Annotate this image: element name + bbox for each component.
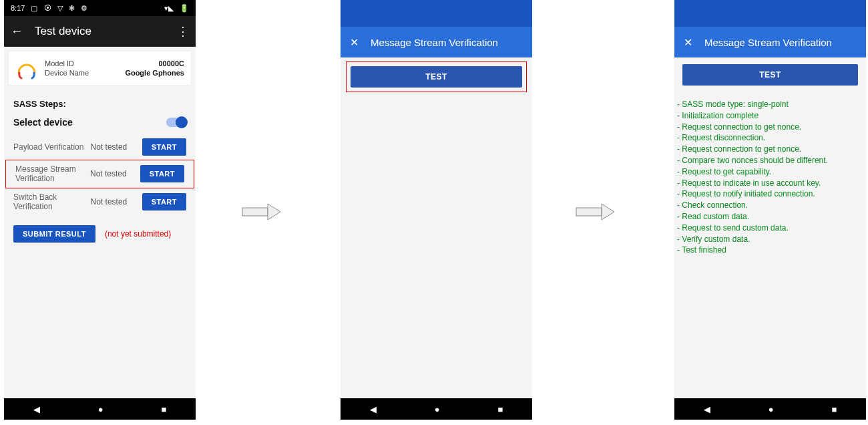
nav-home-icon[interactable]: ●: [435, 404, 440, 414]
step-name: Message Stream Verification: [15, 164, 90, 184]
step-switch-back-verification: Switch Back Verification Not tested STAR…: [4, 188, 196, 216]
blue-header-strip: [674, 0, 866, 27]
status-icon: ⚙: [81, 4, 87, 12]
device-info: Model ID 00000C Device Name Google Gphon…: [45, 59, 184, 77]
select-device-label: Select device: [13, 117, 73, 128]
test-button[interactable]: TEST: [351, 66, 522, 88]
log-line: Request disconnection.: [677, 132, 862, 144]
svg-rect-0: [242, 208, 268, 216]
wifi-icon: ▾◣: [164, 4, 174, 12]
close-icon[interactable]: ✕: [350, 36, 359, 49]
app-bar: ← Test device ⋮: [4, 16, 196, 47]
status-icon: ✻: [69, 4, 75, 12]
select-device-toggle[interactable]: [166, 118, 186, 127]
submit-note: (not yet submitted): [105, 229, 171, 239]
test-button-wrap: TEST: [682, 64, 858, 86]
log-line: Verify custom data.: [677, 234, 862, 245]
step-status: Not tested: [91, 197, 142, 206]
log-line: Compare two nonces should be different.: [677, 155, 862, 166]
submit-result-button[interactable]: SUBMIT RESULT: [13, 225, 95, 243]
log-line: Request connection to get nonce.: [677, 122, 862, 133]
content-area: TEST SASS mode type: single-point Initia…: [674, 57, 866, 398]
submit-row: SUBMIT RESULT (not yet submitted): [4, 216, 196, 252]
phone-msg-stream-after: ✕ Message Stream Verification TEST SASS …: [674, 0, 866, 420]
android-nav-bar: ◀ ● ■: [4, 398, 196, 420]
model-id-value: 00000C: [158, 59, 184, 67]
status-bar: 8:17 ▢ ⦿ ▽ ✻ ⚙ ▾◣ 🔋: [4, 0, 196, 16]
model-id-label: Model ID: [45, 59, 74, 67]
step-payload-verification: Payload Verification Not tested START: [4, 134, 196, 160]
start-button[interactable]: START: [142, 193, 186, 210]
status-icon: ⦿: [44, 4, 51, 12]
battery-icon: 🔋: [180, 4, 189, 12]
start-button[interactable]: START: [140, 165, 184, 182]
log-line: Request to get capability.: [677, 166, 862, 178]
step-name: Switch Back Verification: [13, 192, 91, 212]
nav-home-icon[interactable]: ●: [98, 404, 103, 414]
step-message-stream-verification: Message Stream Verification Not tested S…: [5, 160, 194, 188]
device-card: Model ID 00000C Device Name Google Gphon…: [8, 51, 192, 86]
step-status: Not tested: [91, 142, 142, 152]
svg-rect-2: [576, 208, 602, 216]
log-line: Read custom data.: [677, 211, 862, 223]
log-line: Check connection.: [677, 200, 862, 211]
android-nav-bar: ◀ ● ■: [674, 398, 866, 420]
svg-marker-1: [268, 204, 280, 220]
test-log: SASS mode type: single-point Initializat…: [674, 92, 866, 263]
app-title: Test device: [35, 25, 177, 38]
nav-recent-icon[interactable]: ■: [162, 404, 167, 414]
status-right: ▾◣ 🔋: [160, 4, 189, 13]
nav-recent-icon[interactable]: ■: [498, 404, 503, 414]
status-left: 8:17 ▢ ⦿ ▽ ✻ ⚙: [11, 4, 91, 13]
status-icon: ▽: [57, 4, 63, 12]
svg-marker-3: [602, 204, 614, 220]
phone-msg-stream-before: ✕ Message Stream Verification TEST ◀ ● ■: [341, 0, 532, 420]
log-line: Initialization complete: [677, 110, 862, 122]
close-icon[interactable]: ✕: [684, 36, 692, 49]
status-icon: ▢: [31, 4, 37, 12]
test-button[interactable]: TEST: [682, 64, 858, 86]
log-line: Request to send custom data.: [677, 223, 862, 234]
nav-recent-icon[interactable]: ■: [832, 404, 837, 414]
screen-title: Message Stream Verification: [371, 37, 498, 48]
start-button[interactable]: START: [142, 138, 186, 156]
nav-back-icon[interactable]: ◀: [370, 404, 377, 414]
step-status: Not tested: [90, 169, 140, 178]
android-nav-bar: ◀ ● ■: [341, 398, 532, 420]
log-line: Request to indicate in use account key.: [677, 178, 862, 189]
phone-test-device: 8:17 ▢ ⦿ ▽ ✻ ⚙ ▾◣ 🔋 ← Test device ⋮: [4, 0, 196, 420]
log-line: Test finished: [677, 245, 862, 256]
device-name-value: Google Gphones: [125, 69, 184, 77]
back-icon[interactable]: ←: [11, 25, 23, 39]
log-line: Request to notify initiated connection.: [677, 188, 862, 200]
test-button-highlight: TEST: [346, 61, 527, 92]
flow-arrow-icon: [242, 202, 282, 222]
status-time: 8:17: [11, 4, 25, 12]
select-device-row: Select device: [4, 113, 196, 134]
nav-back-icon[interactable]: ◀: [704, 404, 710, 414]
nav-back-icon[interactable]: ◀: [33, 404, 40, 414]
screen-title-bar: ✕ Message Stream Verification: [341, 27, 532, 57]
screen-title-bar: ✕ Message Stream Verification: [674, 27, 866, 57]
flow-arrow-icon: [576, 202, 616, 222]
nav-home-icon[interactable]: ●: [769, 404, 774, 414]
headphones-icon: [15, 57, 38, 80]
device-name-label: Device Name: [45, 69, 89, 77]
step-name: Payload Verification: [13, 142, 91, 152]
blue-header-strip: [341, 0, 532, 27]
content-area: Model ID 00000C Device Name Google Gphon…: [4, 47, 196, 398]
content-area: TEST: [341, 57, 532, 398]
log-line: SASS mode type: single-point: [677, 99, 862, 110]
sass-steps-label: SASS Steps:: [4, 90, 196, 113]
screen-title: Message Stream Verification: [704, 37, 832, 48]
log-line: Request connection to get nonce.: [677, 144, 862, 155]
